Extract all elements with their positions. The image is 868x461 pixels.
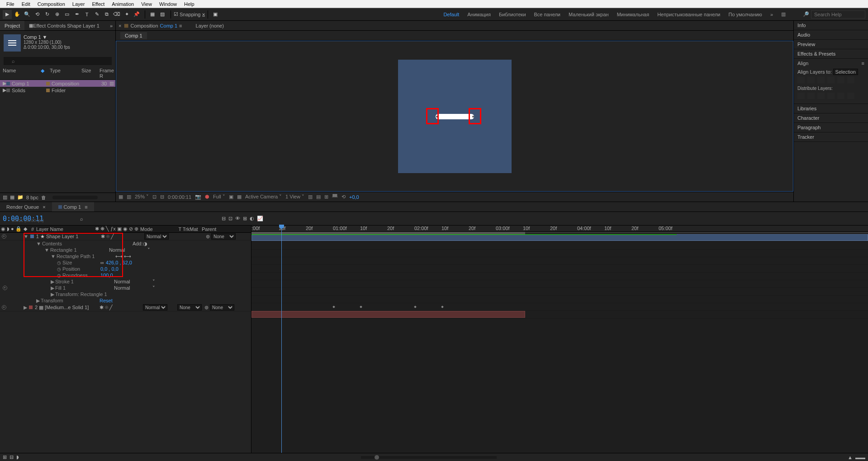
keyframe-4[interactable] bbox=[441, 306, 444, 308]
ws-minimal[interactable]: Минимальная bbox=[617, 12, 650, 17]
orbit-tool-icon[interactable]: ⟲ bbox=[33, 10, 42, 19]
brush-tool-icon[interactable]: ✎ bbox=[92, 10, 101, 19]
roi-icon[interactable]: ▣ bbox=[229, 194, 233, 200]
camera-dropdown[interactable]: Active Camera ˅ bbox=[245, 194, 282, 200]
dist-right-icon[interactable] bbox=[817, 93, 825, 99]
ws-default[interactable]: Default bbox=[443, 12, 459, 17]
menu-edit[interactable]: Edit bbox=[18, 1, 34, 7]
ws-overflow-icon[interactable]: » bbox=[770, 12, 773, 17]
time-ruler[interactable]: :00f 10f 20f 01:00f 10f 20f 02:00f 10f 2… bbox=[251, 226, 868, 232]
bpc-label[interactable]: 8 bpc bbox=[26, 195, 38, 200]
tl-icon1[interactable]: ⊟ bbox=[222, 216, 226, 221]
layer1-mode-dropdown[interactable]: Normal bbox=[144, 233, 169, 240]
layer-2-row[interactable]: ▶ 2 ▦ [Medium...e Solid 1] ✱❋╱ Normal No… bbox=[0, 304, 251, 311]
timeline-tracks[interactable]: :00f 10f 20f 01:00f 10f 20f 02:00f 10f 2… bbox=[251, 226, 868, 453]
zoom-in-icon[interactable]: ▬▬ bbox=[855, 455, 865, 460]
new-comp-icon[interactable]: ▦ bbox=[10, 194, 14, 200]
panel-paragraph[interactable]: Paragraph bbox=[794, 123, 868, 132]
project-item-comp1[interactable]: ▶Comp 1 Composition 30▥ bbox=[0, 80, 115, 87]
keyframe-1[interactable] bbox=[332, 306, 335, 308]
ws-default-ru[interactable]: По умолчанию bbox=[728, 12, 762, 17]
trash-icon[interactable]: 🗑 bbox=[41, 195, 46, 200]
menu-file[interactable]: File bbox=[3, 1, 18, 7]
menu-view[interactable]: View bbox=[138, 1, 156, 7]
align-target-dropdown[interactable]: Selection bbox=[833, 69, 858, 75]
align-right-icon[interactable] bbox=[817, 77, 825, 83]
viewport[interactable] bbox=[116, 41, 793, 192]
panel-preview[interactable]: Preview bbox=[794, 40, 868, 49]
timecode-display[interactable]: 0:00:00:11 bbox=[168, 194, 191, 200]
layer-panel-label[interactable]: Layer (none) bbox=[196, 23, 224, 28]
panel-character[interactable]: Character bbox=[794, 113, 868, 123]
ws-undocked[interactable]: Непристыкованные панели bbox=[657, 12, 720, 17]
ws-libraries[interactable]: Библиотеки bbox=[499, 12, 526, 17]
canvas[interactable] bbox=[398, 60, 512, 173]
effect-controls-tab[interactable]: ▦ Effect Controls Shape Layer 1 bbox=[24, 21, 104, 30]
dist-left-icon[interactable] bbox=[797, 93, 805, 99]
interpret-footage-icon[interactable]: ▥ bbox=[3, 194, 7, 200]
add-shape-icon[interactable]: ◑ bbox=[143, 241, 147, 247]
local-axis-icon[interactable]: ▦ bbox=[148, 10, 157, 19]
panel-tracker[interactable]: Tracker bbox=[794, 132, 868, 142]
eraser-tool-icon[interactable]: ⌫ bbox=[112, 10, 121, 19]
toggle-av-icon[interactable]: ◗ bbox=[16, 454, 19, 460]
panel-effects-presets[interactable]: Effects & Presets bbox=[794, 49, 868, 59]
layer1-visibility-icon[interactable] bbox=[2, 234, 6, 239]
motion-blur-icon[interactable]: ◐ bbox=[250, 216, 254, 221]
comp-name-label[interactable]: Comp 1 ▼ bbox=[24, 34, 70, 40]
dist-top-icon[interactable] bbox=[827, 93, 835, 99]
world-axis-icon[interactable]: ▨ bbox=[158, 10, 167, 19]
pixel-aspect-icon[interactable]: ▥ bbox=[308, 194, 313, 200]
panel-overflow-icon[interactable]: » bbox=[107, 23, 115, 28]
close-comp-icon[interactable]: × bbox=[116, 23, 124, 28]
timeline-search-icon[interactable]: ⌕ bbox=[80, 216, 83, 221]
toggle-switches-icon[interactable]: ⊞ bbox=[3, 454, 7, 460]
transparency-icon[interactable]: ▦ bbox=[237, 194, 242, 200]
dist-bottom-icon[interactable] bbox=[847, 93, 854, 99]
layer2-visibility-icon[interactable] bbox=[2, 305, 6, 310]
rect-tool-icon[interactable]: ▭ bbox=[62, 10, 71, 19]
layer2-twirl-icon[interactable]: ▶ bbox=[24, 305, 27, 310]
project-slider[interactable] bbox=[52, 196, 98, 199]
clone-tool-icon[interactable]: ⧉ bbox=[102, 10, 111, 19]
layer2-track[interactable] bbox=[251, 311, 868, 319]
align-menu-icon[interactable]: ≡ bbox=[862, 61, 864, 66]
ws-animation[interactable]: Анимация bbox=[467, 12, 491, 17]
fill-row[interactable]: ▶Fill 1Normal˅ bbox=[0, 285, 251, 291]
comp-menu-icon[interactable]: ≡ bbox=[179, 23, 182, 28]
text-tool-icon[interactable]: T bbox=[82, 10, 91, 19]
layer2-parent-dropdown[interactable]: None bbox=[210, 304, 234, 310]
search-help-input[interactable] bbox=[811, 10, 865, 19]
menu-composition[interactable]: Composition bbox=[34, 1, 69, 7]
menu-animation[interactable]: Animation bbox=[108, 1, 138, 7]
align-vcenter-icon[interactable] bbox=[837, 77, 844, 83]
menu-effect[interactable]: Effect bbox=[88, 1, 108, 7]
project-tab[interactable]: Project bbox=[0, 21, 24, 30]
project-item-solids[interactable]: ▶Solids Folder bbox=[0, 87, 115, 94]
snapshot-icon[interactable]: 📷 bbox=[195, 194, 201, 200]
shy-icon[interactable]: 👁 bbox=[235, 216, 240, 221]
res-full-icon[interactable]: ⊡ bbox=[152, 194, 157, 200]
align-top-icon[interactable] bbox=[827, 77, 835, 83]
menu-layer[interactable]: Layer bbox=[69, 1, 89, 7]
ws-small-screen[interactable]: Маленький экран bbox=[569, 12, 609, 17]
fast-preview-icon[interactable]: ▤ bbox=[316, 194, 321, 200]
exposure-value[interactable]: +0,0 bbox=[349, 194, 359, 200]
view-layout-dropdown[interactable]: 1 View ˅ bbox=[285, 194, 304, 200]
keyframe-track[interactable] bbox=[251, 303, 868, 311]
keyframe-2[interactable] bbox=[360, 306, 362, 308]
layer1-track[interactable] bbox=[251, 234, 868, 242]
transform-rect-row[interactable]: ▶Transform: Rectangle 1 bbox=[0, 291, 251, 297]
fill-icon[interactable]: ▣ bbox=[211, 10, 220, 19]
hand-tool-icon[interactable]: ✋ bbox=[13, 10, 22, 19]
tl-icon2[interactable]: ⊡ bbox=[228, 216, 232, 221]
puppet-tool-icon[interactable]: 📌 bbox=[132, 10, 141, 19]
channel-icon[interactable]: ⬢ bbox=[205, 194, 209, 200]
res-half-icon[interactable]: ⊟ bbox=[160, 194, 164, 200]
flowchart-icon[interactable]: ᚙ bbox=[332, 194, 338, 200]
panel-info[interactable]: Info bbox=[794, 21, 868, 30]
zoom-tool-icon[interactable]: 🔍 bbox=[23, 10, 32, 19]
zoom-dropdown[interactable]: 25% ˅ bbox=[135, 194, 149, 200]
dist-hcenter-icon[interactable] bbox=[807, 93, 815, 99]
panel-audio[interactable]: Audio bbox=[794, 30, 868, 40]
